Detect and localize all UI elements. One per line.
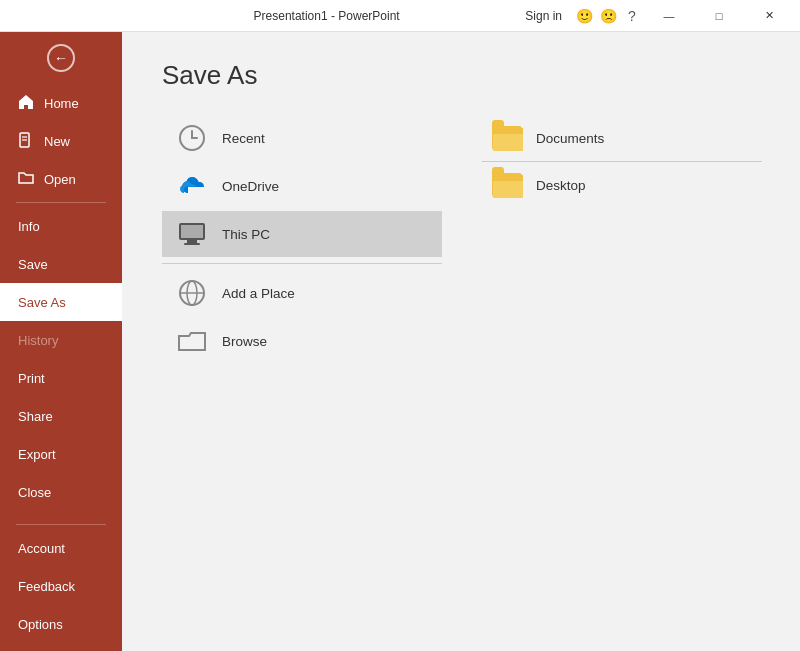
content-body: Recent OneDrive	[162, 115, 760, 623]
sidebar-item-save[interactable]: Save	[0, 245, 122, 283]
location-item-recent[interactable]: Recent	[162, 115, 442, 161]
minimize-button[interactable]: —	[646, 0, 692, 32]
window-controls: Sign in 🙂 🙁 ? — □ ✕	[525, 0, 792, 32]
location-label-thispc: This PC	[222, 227, 270, 242]
folders-panel: Documents Desktop	[442, 115, 762, 623]
sidebar-navigation: Home New Open Info	[0, 84, 122, 520]
folder-documents-icon	[492, 126, 522, 150]
sidebar-item-share[interactable]: Share	[0, 397, 122, 435]
computer-icon	[176, 218, 208, 250]
sidebar-item-history: History	[0, 321, 122, 359]
folder-desktop-icon	[492, 173, 522, 197]
close-button[interactable]: ✕	[746, 0, 792, 32]
sidebar-label-options: Options	[18, 617, 63, 632]
sidebar-item-save-as[interactable]: Save As	[0, 283, 122, 321]
sidebar-item-print[interactable]: Print	[0, 359, 122, 397]
sidebar-item-export[interactable]: Export	[0, 435, 122, 473]
sidebar-bottom: Account Feedback Options	[0, 520, 122, 651]
location-label-browse: Browse	[222, 334, 267, 349]
sidebar-item-account[interactable]: Account	[0, 529, 122, 567]
sidebar-label-history: History	[18, 333, 58, 348]
sign-in-link[interactable]: Sign in	[525, 9, 562, 23]
locations-panel: Recent OneDrive	[162, 115, 442, 623]
location-item-add-place[interactable]: Add a Place	[162, 270, 442, 316]
folder-item-documents[interactable]: Documents	[482, 115, 762, 161]
sidebar-label-save-as: Save As	[18, 295, 66, 310]
app-body: ← Home New O	[0, 32, 800, 651]
sidebar-label-feedback: Feedback	[18, 579, 75, 594]
emoji-happy-icon[interactable]: 🙂	[574, 8, 594, 24]
home-icon	[18, 94, 34, 113]
sidebar-item-options[interactable]: Options	[0, 605, 122, 643]
svg-rect-7	[187, 240, 197, 243]
sidebar-divider-bottom	[16, 524, 106, 525]
svg-rect-9	[181, 225, 203, 238]
sidebar-label-home: Home	[44, 96, 79, 111]
sidebar-label-print: Print	[18, 371, 45, 386]
sidebar-label-export: Export	[18, 447, 56, 462]
sidebar: ← Home New O	[0, 32, 122, 651]
sidebar-item-feedback[interactable]: Feedback	[0, 567, 122, 605]
browse-icon	[176, 325, 208, 357]
location-item-browse[interactable]: Browse	[162, 318, 442, 364]
emoji-sad-icon[interactable]: 🙁	[598, 8, 618, 24]
sidebar-label-new: New	[44, 134, 70, 149]
sidebar-label-info: Info	[18, 219, 40, 234]
location-item-thispc[interactable]: This PC	[162, 211, 442, 257]
locations-divider	[162, 263, 442, 264]
sidebar-item-new[interactable]: New	[0, 122, 122, 160]
add-place-icon	[176, 277, 208, 309]
folder-item-desktop[interactable]: Desktop	[482, 162, 762, 208]
sidebar-label-account: Account	[18, 541, 65, 556]
clock-icon	[176, 122, 208, 154]
page-title: Save As	[162, 60, 760, 91]
main-content: Save As Recent	[122, 32, 800, 651]
back-circle-icon: ←	[47, 44, 75, 72]
sidebar-item-open[interactable]: Open	[0, 160, 122, 198]
title-bar: Presentation1 - PowerPoint Sign in 🙂 🙁 ?…	[0, 0, 800, 32]
sidebar-label-save: Save	[18, 257, 48, 272]
location-label-add-place: Add a Place	[222, 286, 295, 301]
location-label-onedrive: OneDrive	[222, 179, 279, 194]
maximize-button[interactable]: □	[696, 0, 742, 32]
folder-label-desktop: Desktop	[536, 178, 586, 193]
location-label-recent: Recent	[222, 131, 265, 146]
back-button[interactable]: ←	[0, 32, 122, 84]
window-title: Presentation1 - PowerPoint	[128, 9, 525, 23]
location-item-onedrive[interactable]: OneDrive	[162, 163, 442, 209]
help-icon[interactable]: ?	[622, 8, 642, 24]
sidebar-item-info[interactable]: Info	[0, 207, 122, 245]
open-icon	[18, 171, 34, 188]
new-doc-icon	[18, 132, 34, 151]
sidebar-label-share: Share	[18, 409, 53, 424]
sidebar-divider-top	[16, 202, 106, 203]
sidebar-label-open: Open	[44, 172, 76, 187]
sidebar-item-close[interactable]: Close	[0, 473, 122, 511]
onedrive-icon	[176, 170, 208, 202]
sidebar-label-close: Close	[18, 485, 51, 500]
folder-label-documents: Documents	[536, 131, 604, 146]
sidebar-item-home[interactable]: Home	[0, 84, 122, 122]
svg-rect-8	[184, 243, 200, 245]
